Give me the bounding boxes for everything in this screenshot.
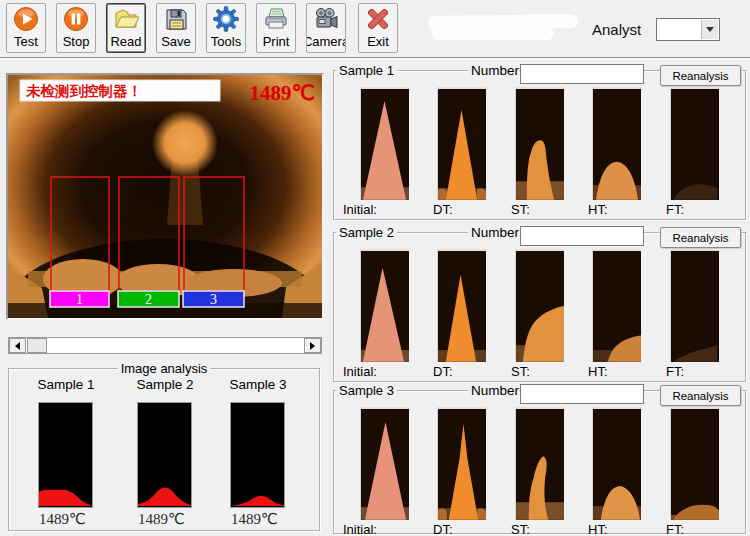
read-button-label: Read: [110, 34, 141, 49]
sample1-st-label: ST:: [511, 202, 583, 217]
read-button[interactable]: Read: [106, 3, 146, 53]
tools-button[interactable]: Tools: [206, 3, 246, 53]
sample1-panel-title: Sample 1: [336, 63, 397, 78]
sample1-number-input[interactable]: [520, 64, 644, 84]
ia-sample2-name: Sample 2: [120, 377, 210, 392]
exit-button[interactable]: Exit: [358, 3, 398, 53]
furnace-temperature: 1489℃: [249, 81, 315, 105]
exit-x-icon: [365, 6, 391, 32]
sample1-ht-label: HT:: [588, 202, 660, 217]
sample2-number-label: Number: [468, 225, 522, 240]
video-camera-icon: [313, 6, 339, 32]
image-analysis-group: Image analysis Sample 1 Sample 2 Sample …: [8, 368, 320, 531]
sample-marker-3: 3: [183, 291, 244, 307]
svg-text:2: 2: [145, 292, 152, 307]
stop-button-label: Stop: [63, 34, 90, 49]
ia-sample3-temperature: 1489℃: [231, 510, 303, 528]
sample3-number-label: Number: [468, 383, 522, 398]
sample2-dt-label: DT:: [433, 364, 505, 379]
ia-sample2-silhouette: [137, 402, 192, 508]
pause-icon: [63, 6, 89, 32]
sample3-number-input[interactable]: [520, 384, 644, 404]
sample3-panel-title: Sample 3: [336, 383, 397, 398]
sample1-ft-label: FT:: [666, 202, 738, 217]
scroll-left-button[interactable]: [9, 338, 26, 353]
ia-sample1-temperature: 1489℃: [39, 510, 111, 528]
ia-sample3-silhouette: [230, 402, 285, 508]
sample2-panel-title: Sample 2: [336, 225, 397, 240]
sample2-ft-thumbnail: [670, 249, 719, 362]
save-button[interactable]: Save: [156, 3, 196, 53]
sample3-ft-label: FT:: [666, 522, 738, 536]
sample2-initial-thumbnail: [360, 249, 409, 362]
stop-button[interactable]: Stop: [56, 3, 96, 53]
gear-icon: [213, 6, 239, 32]
camera-button[interactable]: Camera: [306, 3, 346, 53]
test-button[interactable]: Test: [6, 3, 46, 53]
image-analysis-title: Image analysis: [118, 361, 211, 376]
ia-sample1-silhouette: [38, 402, 93, 508]
print-button[interactable]: Print: [256, 3, 296, 53]
sample2-ht-thumbnail: [592, 249, 641, 362]
sample1-initial-thumbnail: [360, 87, 409, 200]
redacted-area: [432, 27, 554, 40]
sample2-st-label: ST:: [511, 364, 583, 379]
play-icon: [13, 6, 39, 32]
print-button-label: Print: [263, 34, 290, 49]
ia-sample2-temperature: 1489℃: [138, 510, 210, 528]
sample-marker-2: 2: [118, 291, 179, 307]
sample2-reanalysis-button[interactable]: Reanalysis: [660, 227, 741, 248]
sample1-initial-label: Initial:: [343, 202, 415, 217]
sample3-panel: Sample 3 Number Reanalysis Initial: DT: …: [333, 390, 746, 534]
sample-marker-1: 1: [50, 291, 109, 307]
ia-sample3-name: Sample 3: [213, 377, 303, 392]
sample1-number-label: Number: [468, 63, 522, 78]
svg-text:1: 1: [76, 292, 83, 307]
analyst-select[interactable]: [656, 18, 720, 41]
furnace-camera-view[interactable]: 1 2 3 未检测到控制器！ 1489℃: [6, 73, 324, 320]
sample3-ht-label: HT:: [588, 522, 660, 536]
sample2-ft-label: FT:: [666, 364, 738, 379]
sample1-ht-thumbnail: [592, 87, 641, 200]
folder-open-icon: [113, 6, 139, 32]
sample1-st-thumbnail: [515, 87, 564, 200]
sample1-panel: Sample 1 Number Reanalysis Initial: DT: …: [333, 70, 746, 220]
exit-button-label: Exit: [367, 34, 389, 49]
ia-sample1-name: Sample 1: [21, 377, 111, 392]
sample2-number-input[interactable]: [520, 226, 644, 246]
analyst-label: Analyst: [592, 21, 641, 38]
sample2-initial-label: Initial:: [343, 364, 415, 379]
sample3-initial-label: Initial:: [343, 522, 415, 536]
floppy-icon: [163, 6, 189, 32]
sample3-initial-thumbnail: [360, 407, 409, 520]
sample3-dt-thumbnail: [437, 407, 486, 520]
sample2-ht-label: HT:: [588, 364, 660, 379]
sample2-panel: Sample 2 Number Reanalysis Initial: DT: …: [333, 232, 746, 382]
sample3-ft-thumbnail: [670, 407, 719, 520]
sample3-st-label: ST:: [511, 522, 583, 536]
sample1-reanalysis-button[interactable]: Reanalysis: [660, 65, 741, 86]
tools-button-label: Tools: [211, 34, 241, 49]
toolbar-separator: [0, 57, 750, 59]
arrow-left-icon: [15, 342, 20, 350]
svg-text:未检测到控制器！: 未检测到控制器！: [25, 83, 142, 99]
save-button-label: Save: [161, 34, 191, 49]
printer-icon: [263, 6, 289, 32]
camera-button-label: Camera: [306, 34, 346, 49]
sample2-st-thumbnail: [515, 249, 564, 362]
svg-text:3: 3: [210, 292, 217, 307]
camera-scrollbar[interactable]: [8, 337, 322, 354]
scrollbar-thumb[interactable]: [27, 338, 47, 353]
sample1-dt-label: DT:: [433, 202, 505, 217]
main-window: Test Stop Read Save Tools Print Camera E…: [0, 0, 750, 536]
sample2-dt-thumbnail: [437, 249, 486, 362]
sample3-ht-thumbnail: [592, 407, 641, 520]
sample3-reanalysis-button[interactable]: Reanalysis: [660, 385, 741, 406]
test-button-label: Test: [14, 34, 38, 49]
scroll-right-button[interactable]: [304, 338, 321, 353]
sample1-dt-thumbnail: [437, 87, 486, 200]
sample3-dt-label: DT:: [433, 522, 505, 536]
analyst-dropdown-button[interactable]: [701, 20, 718, 39]
controller-warning-banner: 未检测到控制器！: [20, 80, 220, 101]
chevron-down-icon: [706, 27, 714, 32]
